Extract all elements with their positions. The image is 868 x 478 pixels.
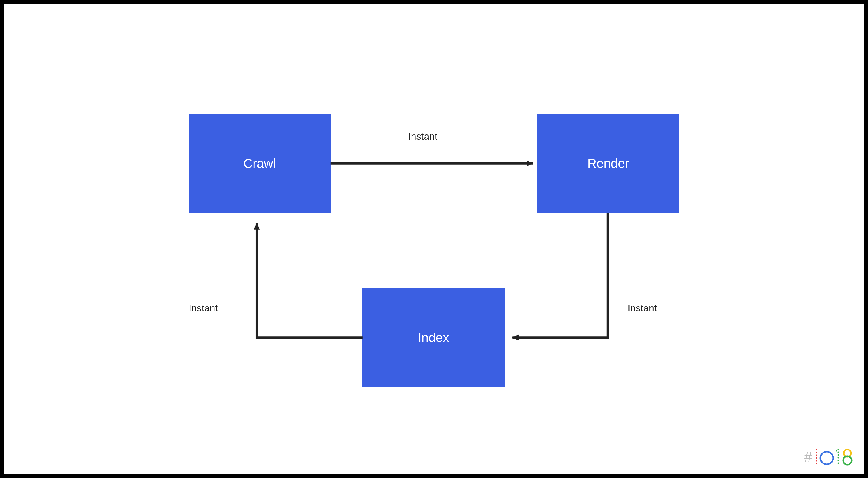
arrow-index-to-crawl xyxy=(257,223,363,337)
label-index-to-crawl: Instant xyxy=(189,303,218,314)
video-frame: Crawl Render Index xyxy=(0,0,868,478)
arrows-svg xyxy=(4,4,864,474)
logo-digit-8 xyxy=(843,449,851,465)
logo-digit-1 xyxy=(836,449,839,464)
label-crawl-to-render: Instant xyxy=(408,131,437,142)
svg-point-4 xyxy=(816,457,817,459)
slide-canvas: Crawl Render Index xyxy=(4,4,864,474)
svg-point-3 xyxy=(816,455,817,456)
logo-io18-icon xyxy=(814,448,854,466)
svg-point-1 xyxy=(815,449,817,450)
svg-point-5 xyxy=(816,460,817,462)
logo-hashtag: # xyxy=(804,449,812,465)
label-render-to-index: Instant xyxy=(628,303,657,314)
svg-point-12 xyxy=(838,460,839,462)
svg-point-8 xyxy=(838,449,839,450)
arrow-render-to-index xyxy=(512,213,608,337)
svg-point-10 xyxy=(838,454,839,456)
svg-point-13 xyxy=(838,463,839,464)
logo-letter-i xyxy=(815,449,817,465)
logo-letter-o xyxy=(820,452,833,465)
svg-point-6 xyxy=(816,463,817,465)
svg-point-11 xyxy=(838,457,839,458)
svg-point-2 xyxy=(816,452,817,453)
event-logo: # xyxy=(804,448,854,466)
svg-point-7 xyxy=(836,450,837,452)
flow-diagram: Crawl Render Index xyxy=(4,4,864,474)
svg-point-9 xyxy=(838,452,839,453)
